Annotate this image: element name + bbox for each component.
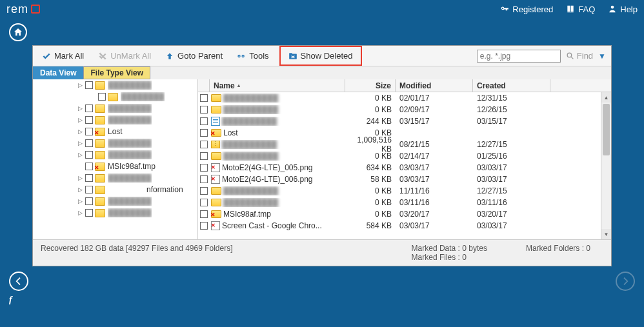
tree-item[interactable]: ▷████████ — [33, 207, 197, 219]
expand-icon[interactable]: ▷ — [77, 105, 83, 112]
list-row[interactable]: MSIc98af.tmp0 KB03/20/1703/20/17 — [198, 208, 611, 220]
tree-checkbox[interactable] — [85, 197, 93, 205]
tree-item[interactable]: ▷nformation — [33, 184, 197, 195]
tree-item[interactable]: MSIc98af.tmp — [33, 161, 197, 172]
row-checkbox[interactable] — [200, 210, 208, 218]
column-created[interactable]: Created — [473, 79, 550, 92]
goto-parent-label: Goto Parent — [177, 51, 223, 61]
find-dropdown-icon[interactable]: ▼ — [598, 52, 606, 61]
tree-item[interactable]: ▷████████ — [33, 172, 197, 184]
tab-data-view[interactable]: Data View — [33, 66, 83, 79]
list-row[interactable]: ██████████0 KB11/11/1612/27/15 — [198, 185, 611, 197]
expand-icon[interactable]: ▷ — [77, 128, 83, 135]
row-checkbox[interactable] — [200, 164, 208, 172]
tree-checkbox[interactable] — [85, 128, 93, 135]
faq-button[interactable]: FAQ — [566, 5, 595, 14]
row-created: 12/31/15 — [473, 94, 550, 103]
home-button[interactable] — [9, 23, 27, 41]
tree-checkbox[interactable] — [98, 93, 106, 101]
column-modified[interactable]: Modified — [396, 79, 473, 92]
row-checkbox[interactable] — [200, 106, 208, 114]
find-button[interactable]: Find — [566, 51, 593, 61]
list-row[interactable]: MotoE2(4G-LTE)_006.png58 KB03/03/1703/03… — [198, 173, 611, 185]
tree-item[interactable]: ████████ — [33, 91, 197, 103]
tree-checkbox[interactable] — [85, 186, 93, 193]
folder-icon — [95, 81, 105, 90]
scroll-thumb[interactable] — [603, 104, 610, 155]
tree-item[interactable]: ▷████████ — [33, 195, 197, 207]
tree-item[interactable]: ▷████████ — [33, 79, 197, 91]
column-name[interactable]: Name ▴ — [210, 79, 345, 92]
row-checkbox[interactable] — [200, 187, 208, 195]
list-row[interactable]: Lost0 KB — [198, 127, 611, 139]
list-header: Name ▴ Size Modified Created — [198, 79, 611, 92]
tab-file-type-view[interactable]: File Type View — [83, 66, 150, 79]
list-row[interactable]: ██████████244 KB03/15/1703/15/17 — [198, 115, 611, 127]
help-label: Help — [620, 5, 638, 14]
folder-icon — [95, 209, 105, 217]
tree-checkbox[interactable] — [85, 151, 93, 159]
tree-checkbox[interactable] — [85, 104, 93, 112]
tools-label: Tools — [249, 51, 268, 61]
folder-icon — [95, 151, 105, 159]
column-check[interactable] — [198, 79, 210, 92]
expand-icon[interactable]: ▷ — [77, 82, 83, 88]
tree-item[interactable]: ▷████████ — [33, 103, 197, 114]
registered-button[interactable]: Registered — [500, 5, 553, 14]
row-checkbox[interactable] — [200, 175, 208, 183]
back-button[interactable] — [9, 272, 28, 291]
forward-button[interactable] — [616, 272, 635, 291]
deleted-folder-icon — [211, 129, 221, 137]
expand-icon[interactable]: ▷ — [77, 175, 83, 181]
tree-checkbox[interactable] — [85, 209, 93, 217]
expand-icon[interactable]: ▷ — [77, 140, 83, 146]
row-checkbox[interactable] — [200, 141, 208, 148]
list-row[interactable]: ██████████0 KB02/14/1701/25/16 — [198, 150, 611, 162]
row-checkbox[interactable] — [200, 94, 208, 102]
tools-button[interactable]: Tools — [233, 50, 272, 62]
goto-parent-button[interactable]: Goto Parent — [161, 50, 226, 62]
tree-item[interactable]: ▷████████ — [33, 149, 197, 161]
vertical-scrollbar[interactable]: ▲ ▼ — [601, 92, 611, 239]
expand-icon[interactable]: ▷ — [77, 186, 83, 193]
row-checkbox[interactable] — [200, 129, 208, 137]
folder-icon — [95, 186, 105, 194]
row-checkbox[interactable] — [200, 117, 208, 125]
tree-item[interactable]: ▷Lost — [33, 126, 197, 137]
list-row[interactable]: ██████████0 KB03/11/1603/11/16 — [198, 197, 611, 208]
help-button[interactable]: Help — [608, 5, 638, 14]
tree-item-label: ████████ — [108, 208, 152, 217]
expand-icon[interactable]: ▷ — [77, 152, 83, 158]
tree-checkbox[interactable] — [85, 116, 93, 124]
registered-label: Registered — [512, 5, 553, 14]
tree-item[interactable]: ▷████████ — [33, 137, 197, 149]
column-size[interactable]: Size — [345, 79, 396, 92]
tree-checkbox[interactable] — [85, 81, 93, 89]
status-bar: Recovered 182 GB data [49297 Files and 4… — [33, 239, 611, 266]
mark-all-button[interactable]: Mark All — [38, 50, 88, 62]
search-input[interactable] — [477, 50, 561, 63]
column-extra[interactable] — [550, 79, 611, 92]
row-checkbox[interactable] — [200, 222, 208, 230]
tree-checkbox[interactable] — [85, 139, 93, 147]
expand-icon[interactable]: ▷ — [77, 210, 83, 216]
list-row[interactable]: ██████████0 KB02/01/1712/31/15 — [198, 92, 611, 104]
row-name-label: Screen Cast - Google Chro... — [222, 221, 322, 230]
row-checkbox[interactable] — [200, 152, 208, 160]
facebook-icon[interactable]: f — [9, 295, 12, 304]
tree-checkbox[interactable] — [85, 163, 93, 170]
scroll-up-icon[interactable]: ▲ — [601, 92, 611, 103]
row-checkbox[interactable] — [200, 199, 208, 206]
scroll-down-icon[interactable]: ▼ — [601, 229, 611, 239]
list-row[interactable]: Screen Cast - Google Chro...584 KB03/03/… — [198, 220, 611, 232]
folder-icon — [211, 94, 221, 102]
expand-icon[interactable]: ▷ — [77, 198, 83, 204]
tree-item[interactable]: ▷████████ — [33, 114, 197, 126]
show-deleted-button[interactable]: Show Deleted — [285, 50, 357, 62]
list-row[interactable]: MotoE2(4G-LTE)_005.png634 KB03/03/1703/0… — [198, 162, 611, 173]
list-row[interactable]: ██████████1,009,516 KB08/21/1512/27/15 — [198, 139, 611, 150]
tree-checkbox[interactable] — [85, 174, 93, 182]
unmark-all-button[interactable]: UnMark All — [94, 50, 155, 62]
expand-icon[interactable]: ▷ — [77, 117, 83, 123]
list-row[interactable]: ██████████0 KB02/09/1712/26/15 — [198, 104, 611, 115]
